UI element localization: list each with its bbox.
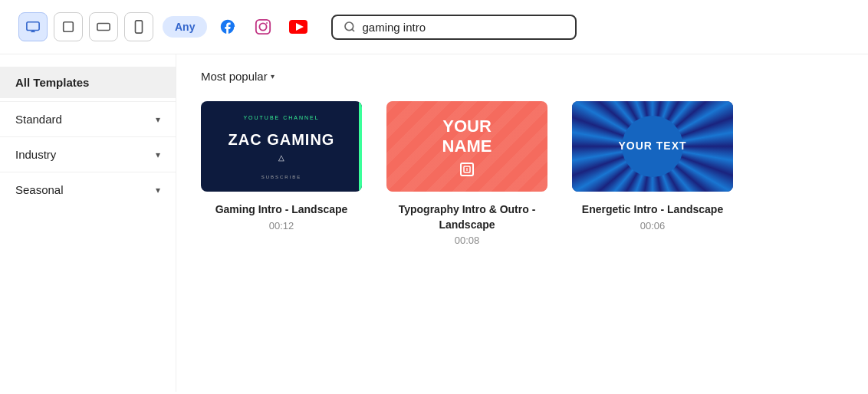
chevron-down-icon: ▾ <box>156 149 160 160</box>
sidebar-category-standard[interactable]: Standard ▾ <box>0 101 176 136</box>
energetic-text: YOUR TEXT <box>618 140 686 152</box>
typography-icon <box>460 163 474 176</box>
sidebar-category-seasonal[interactable]: Seasonal ▾ <box>0 172 176 207</box>
youtube-button[interactable] <box>284 12 313 41</box>
sort-bar: Most popular ▾ <box>201 70 843 83</box>
search-input[interactable] <box>362 21 564 34</box>
template-duration-gaming: 00:12 <box>269 220 294 231</box>
typography-text: YOUR NAME <box>442 117 492 157</box>
sidebar-category-industry-label: Industry <box>15 148 56 161</box>
sidebar: All Templates Standard ▾ Industry ▾ Seas… <box>0 54 176 392</box>
svg-rect-6 <box>256 20 270 34</box>
svg-point-7 <box>260 23 267 30</box>
gaming-channel-label: YOUTUBE CHANNEL <box>243 115 319 120</box>
template-card-typography[interactable]: YOUR NAME Typography Intro & Outro - Lan… <box>386 101 547 246</box>
svg-rect-0 <box>27 22 39 31</box>
svg-point-11 <box>345 22 353 31</box>
shape-square-button[interactable] <box>54 12 83 41</box>
sidebar-category-industry[interactable]: Industry ▾ <box>0 136 176 172</box>
template-card-energetic[interactable]: YOUR TEXT Energetic Intro - Landscape 00… <box>572 101 733 246</box>
template-thumbnail-energetic: YOUR TEXT <box>572 101 733 192</box>
sidebar-category-standard-label: Standard <box>15 113 62 126</box>
sort-arrow-icon[interactable]: ▾ <box>271 72 275 80</box>
toolbar: Any <box>0 0 868 54</box>
templates-grid: YOUTUBE CHANNEL ZAC GAMING △ SUBSCRIBE G… <box>201 101 843 246</box>
gaming-title: ZAC GAMING <box>229 131 335 149</box>
chevron-down-icon: ▾ <box>156 114 160 125</box>
search-bar <box>331 15 577 40</box>
template-title-typography: Typography Intro & Outro - Landscape <box>386 202 547 232</box>
gaming-green-bar <box>359 101 362 192</box>
shape-landscape-button[interactable] <box>89 12 118 41</box>
gaming-subscribe-label: SUBSCRIBE <box>261 175 302 179</box>
content-area: Most popular ▾ YOUTUBE CHANNEL ZAC GAMIN… <box>176 54 868 392</box>
any-button[interactable]: Any <box>163 16 207 38</box>
template-thumbnail-gaming: YOUTUBE CHANNEL ZAC GAMING △ SUBSCRIBE <box>201 101 362 192</box>
template-title-gaming: Gaming Intro - Landscape <box>215 202 348 218</box>
svg-rect-5 <box>136 21 143 33</box>
chevron-down-icon: ▾ <box>156 185 160 195</box>
template-card-gaming-intro[interactable]: YOUTUBE CHANNEL ZAC GAMING △ SUBSCRIBE G… <box>201 101 362 246</box>
svg-rect-13 <box>464 166 470 172</box>
shape-desktop-button[interactable] <box>18 12 48 41</box>
svg-point-8 <box>267 22 268 24</box>
gaming-triangle-icon: △ <box>278 153 284 162</box>
svg-rect-4 <box>97 24 110 31</box>
facebook-button[interactable] <box>213 12 242 41</box>
svg-line-12 <box>353 29 355 31</box>
template-duration-energetic: 00:06 <box>640 220 666 231</box>
search-icon <box>344 21 356 33</box>
sidebar-category-seasonal-label: Seasonal <box>15 183 64 196</box>
main-layout: All Templates Standard ▾ Industry ▾ Seas… <box>0 54 868 392</box>
shape-portrait-button[interactable] <box>124 12 153 41</box>
template-thumbnail-typography: YOUR NAME <box>386 101 547 192</box>
sort-label[interactable]: Most popular <box>201 70 268 83</box>
instagram-button[interactable] <box>248 12 278 41</box>
svg-rect-3 <box>64 22 74 32</box>
sidebar-all-templates[interactable]: All Templates <box>0 67 176 98</box>
template-duration-typography: 00:08 <box>455 235 480 246</box>
template-title-energetic: Energetic Intro - Landscape <box>582 202 723 218</box>
